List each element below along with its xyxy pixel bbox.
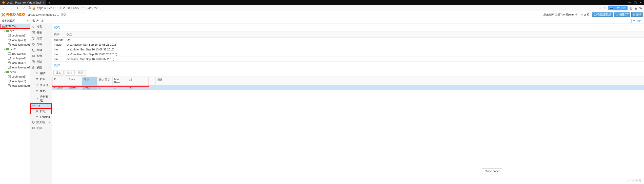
breadcrumb: 数据中心 — [30, 19, 631, 23]
gear-icon[interactable]: ⚙ — [575, 13, 578, 16]
config-menu: 搜索概要集群选项存储备份复制权限▸用户群组资源池角色身份验证HA群组Fencin… — [30, 24, 52, 184]
logout-button[interactable]: ⎋注销 — [631, 12, 643, 17]
tree-item-label: pve3 — [10, 70, 16, 73]
tree-item[interactable]: ▾pve1 — [0, 29, 30, 33]
tree-item[interactable]: local-lvm (pve2) — [0, 65, 30, 70]
tree-item[interactable]: local (pve1) — [0, 38, 30, 42]
status-row[interactable]: quorumOK — [52, 38, 644, 42]
tree-item[interactable]: local-lvm (pve1) — [0, 42, 30, 47]
tree-item[interactable]: ▾数据中心 — [0, 24, 30, 29]
browser-tab[interactable]: pve2 - Proxmox Virtual Envi × — [0, 0, 46, 5]
cfg-item-身份验证[interactable]: 身份验证 — [30, 94, 52, 103]
logo-icon — [1, 12, 6, 17]
sidebar-icon[interactable]: ▣ — [634, 6, 637, 10]
cfg-item-备份[interactable]: 备份 — [30, 53, 52, 59]
svg-rect-8 — [8, 52, 11, 54]
resource-row[interactable]: vm:100startedpve211HA — [52, 85, 644, 90]
cfg-item-角色[interactable]: 角色 — [30, 88, 52, 94]
help-button[interactable]: ?Help — [631, 19, 643, 23]
cfg-item-存储[interactable]: 存储 — [30, 47, 52, 53]
status-row[interactable]: lrmpve3 (idle, Sun Sep 16 13:08:32 2018) — [52, 57, 644, 62]
cfg-item-HA[interactable]: HA — [30, 103, 52, 108]
add-button[interactable]: 添加 — [53, 70, 64, 76]
remove-button[interactable]: 删除 — [76, 70, 86, 76]
expand-icon[interactable]: ▾ — [1, 25, 2, 27]
svg-point-29 — [37, 78, 38, 79]
cfg-item-label: 概要 — [36, 31, 42, 34]
col-maxrelocate[interactable]: Max. Reloc... — [113, 77, 128, 85]
global-search-input[interactable] — [60, 12, 85, 17]
cfg-item-资源池[interactable]: 资源池 — [30, 82, 52, 88]
tree-item[interactable]: local-lvm (pve3) — [0, 83, 30, 88]
cfg-item-用户[interactable]: 用户 — [30, 70, 52, 76]
status-row[interactable]: lrmpve1 (idle, Sun Sep 16 13:08:31 2018) — [52, 47, 644, 52]
reload-button[interactable]: ↻ — [16, 6, 21, 11]
col-id[interactable]: ID — [52, 77, 67, 85]
tree-item[interactable]: local (pve2) — [0, 61, 30, 65]
cfg-item-复制[interactable]: 复制 — [30, 59, 52, 65]
cfg-item-概要[interactable]: 概要 — [30, 30, 52, 35]
col-group[interactable]: 组 — [128, 77, 156, 85]
create-vm-button[interactable]: 🖵创建虚拟机 — [592, 12, 613, 17]
url-field[interactable]: ⓘ 🔒 https://172.16.100.20:8006/#v1:0:18:… — [28, 6, 592, 10]
minimize-icon[interactable]: — — [628, 1, 631, 4]
status-col-type: 类别 — [52, 31, 65, 37]
close-panel-button[interactable]: Close panel — [482, 168, 502, 174]
cfg-item-权限[interactable]: 权限▸ — [30, 65, 52, 70]
tree-item[interactable]: ▾pve3 — [0, 70, 30, 74]
overflow-icon[interactable]: ≫ — [639, 6, 642, 10]
col-node[interactable]: 节点 — [82, 77, 97, 85]
expand-icon[interactable]: ▾ — [4, 71, 5, 73]
edit-button[interactable]: 编辑 — [65, 70, 75, 76]
svg-point-13 — [8, 75, 11, 76]
proxmox-logo[interactable]: PROXMOX — [1, 12, 25, 17]
cfg-item-防火墙[interactable]: 防火墙▸ — [30, 119, 52, 125]
col-maxrestart[interactable]: 最大重启 — [97, 77, 113, 85]
cfg-item-群组[interactable]: 群组 — [30, 108, 52, 114]
bolt-icon — [35, 115, 38, 118]
status-type: master — [52, 42, 65, 47]
status-row[interactable]: masterpve2 (active, Sun Sep 16 13:08:26 … — [52, 42, 644, 47]
cfg-item-集群[interactable]: 集群 — [30, 35, 52, 41]
status-row[interactable]: lrmpve2 (active, Sun Sep 16 13:08:26 201… — [52, 52, 644, 57]
tree-item[interactable]: ceph (pve2) — [0, 56, 30, 61]
col-state[interactable]: State — [67, 77, 82, 85]
library-icon[interactable]: ▥ — [630, 6, 632, 10]
favorite-icon[interactable]: ♡ — [598, 6, 601, 10]
storage-icon — [8, 84, 11, 87]
docs-button[interactable]: ▭文档 — [579, 12, 591, 17]
tree-item[interactable]: ▾pve2 — [0, 47, 30, 51]
forward-button[interactable]: → — [9, 6, 14, 11]
bookmark-icon[interactable]: ☆ — [603, 6, 606, 10]
tree-item[interactable]: local (pve3) — [0, 79, 30, 83]
cfg-item-label: 存储 — [36, 48, 42, 52]
cfg-item-群组[interactable]: 群组 — [30, 76, 52, 82]
svg-rect-2 — [2, 27, 5, 28]
cfg-item-选项[interactable]: 选项 — [30, 41, 52, 47]
col-desc[interactable]: 描述 — [156, 77, 644, 85]
cfg-item-Fencing[interactable]: Fencing — [30, 114, 52, 119]
resources-header: ID State 节点 最大重启 Max. Reloc... 组 描述 — [52, 77, 644, 85]
tree-item[interactable]: ceph (pve3) — [0, 74, 30, 79]
upload-screenshot-button[interactable]: 📷拍照上传 — [608, 6, 628, 10]
tree-item[interactable]: ceph (pve1) — [0, 33, 30, 38]
new-tab-button[interactable]: + — [46, 1, 52, 5]
tab-close-icon[interactable]: × — [43, 1, 44, 4]
cfg-item-label: HA — [36, 104, 40, 107]
pool-icon — [35, 84, 38, 87]
home-button[interactable]: ⌂ — [22, 6, 26, 11]
close-window-icon[interactable]: × — [640, 1, 641, 4]
view-selector[interactable]: 服务器视图 ▾ — [0, 18, 30, 24]
site-info-icon[interactable]: ⓘ — [28, 6, 31, 10]
tree-item[interactable]: 100 (winxp) — [0, 51, 30, 56]
expand-icon[interactable]: ▾ — [4, 30, 5, 32]
expand-icon[interactable]: ▾ — [4, 48, 5, 50]
back-button[interactable]: ← — [2, 6, 7, 11]
create-ct-button[interactable]: ▢创建CT — [614, 12, 630, 17]
cfg-item-搜索[interactable]: 搜索 — [30, 24, 52, 30]
maximize-icon[interactable]: ▢ — [634, 1, 637, 4]
tree-item-label: ceph (pve3) — [12, 75, 26, 78]
cell-desc — [156, 85, 644, 90]
cfg-item-支持[interactable]: 支持 — [30, 125, 52, 131]
menu-dots-icon[interactable]: ⋯ — [593, 6, 596, 10]
